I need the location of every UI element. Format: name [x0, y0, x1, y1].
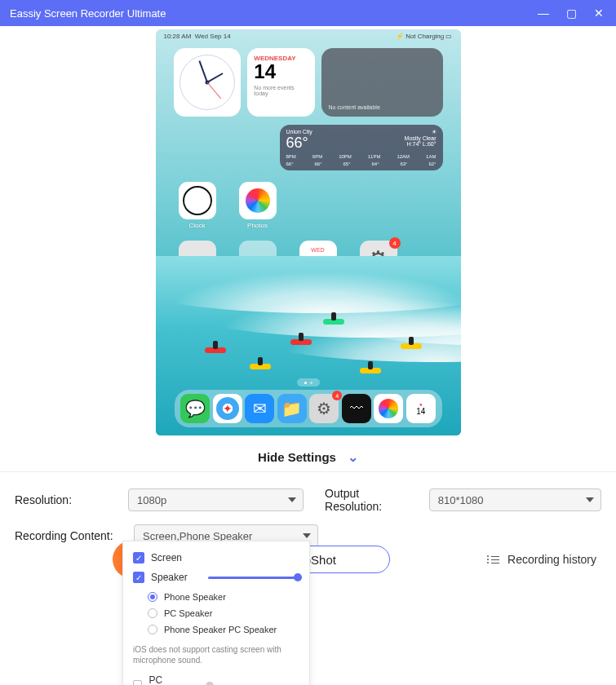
- recording-content-label: Recording Content:: [15, 529, 119, 542]
- cal-num: 14: [254, 62, 308, 82]
- output-resolution-select[interactable]: 810*1080: [429, 488, 601, 511]
- resolution-select[interactable]: 1080p: [128, 488, 304, 511]
- dock-photos-icon: [374, 394, 403, 423]
- window-controls: — ▢ ✕: [536, 6, 606, 20]
- status-date: Wed Sep 14: [195, 33, 231, 40]
- checkbox-icon[interactable]: ✓: [133, 552, 144, 563]
- empty-widget: No content available: [321, 48, 442, 117]
- speaker-label: Speaker: [151, 572, 188, 583]
- mic-note: iOS does not support casting screen with…: [123, 639, 309, 670]
- clock-widget: [174, 48, 242, 117]
- resolution-row: Resolution: 1080p Output Resolution: 810…: [15, 487, 601, 513]
- app-row-1: Clock Photos: [156, 170, 461, 229]
- screen-checkbox-row[interactable]: ✓ Screen: [123, 548, 309, 568]
- widget-row: WEDNESDAY 14 No more events today No con…: [156, 40, 461, 117]
- weather-hourly: 8PM9PM10PM11PM12AM1AM: [286, 154, 437, 159]
- status-time: 10:28 AM: [164, 33, 192, 40]
- radio-both-speaker[interactable]: Phone Speaker PC Speaker: [148, 621, 299, 638]
- surfer-icon: [323, 313, 344, 325]
- hide-settings-label: Hide Settings: [258, 450, 336, 464]
- dock-calendar-icon: ●14: [406, 394, 436, 423]
- weather-temp: 66°: [286, 135, 312, 152]
- device-screen: 10:28 AM Wed Sep 14 ⚡ Not Charging ▭ WED…: [156, 29, 461, 435]
- window-title: Eassiy Screen Recorder Ultimate: [10, 7, 166, 20]
- screen-label: Screen: [151, 552, 182, 563]
- dock-files-icon: 📁: [277, 394, 307, 423]
- device-statusbar: 10:28 AM Wed Sep 14 ⚡ Not Charging ▭: [156, 29, 461, 40]
- recording-history-label: Recording history: [507, 553, 596, 566]
- checkbox-icon[interactable]: ✓: [133, 572, 144, 583]
- app-clock: Clock: [179, 182, 216, 229]
- title-bar: Eassiy Screen Recorder Ultimate — ▢ ✕: [0, 0, 616, 26]
- dock-mail-icon: ✉: [245, 394, 274, 423]
- surfer-icon: [401, 338, 422, 349]
- page-indicator: [297, 378, 320, 387]
- dock-messages-icon: 💬: [180, 394, 210, 423]
- chevron-down-icon: ⌄: [348, 449, 358, 465]
- resolution-label: Resolution:: [15, 493, 113, 506]
- cal-note: No more events today: [254, 85, 308, 96]
- hide-settings-toggle[interactable]: Hide Settings ⌄: [0, 442, 616, 471]
- dock-bird-icon: 〰: [342, 394, 371, 423]
- surfer-icon: [250, 358, 271, 369]
- minimize-icon[interactable]: —: [536, 6, 551, 20]
- speaker-radio-group: Phone Speaker PC Speaker Phone Speaker P…: [123, 587, 309, 639]
- dock-settings-icon: ⚙4: [309, 394, 339, 423]
- speaker-checkbox-row[interactable]: ✓ Speaker: [123, 568, 309, 587]
- device-preview-area: 10:28 AM Wed Sep 14 ⚡ Not Charging ▭ WED…: [0, 26, 616, 442]
- weather-widget: Union City 66° ☀ Mostly Clear H:74° L:60…: [280, 125, 443, 170]
- calendar-widget: WEDNESDAY 14 No more events today: [247, 48, 315, 117]
- settings-badge: 4: [389, 237, 401, 249]
- settings-panel: Resolution: 1080p Output Resolution: 810…: [0, 471, 616, 547]
- speaker-volume-slider[interactable]: [208, 577, 299, 579]
- list-icon: [487, 555, 499, 563]
- surfer-icon: [360, 362, 381, 373]
- recording-content-dropdown: ✓ Screen ✓ Speaker Phone Speaker PC Spea…: [122, 541, 310, 685]
- app-photos: Photos: [239, 182, 277, 229]
- weather-cond: Mostly Clear: [405, 135, 437, 141]
- radio-phone-speaker[interactable]: Phone Speaker: [148, 589, 299, 605]
- recording-history-link[interactable]: Recording history: [487, 553, 596, 566]
- checkbox-icon[interactable]: [133, 680, 142, 685]
- close-icon[interactable]: ✕: [592, 6, 606, 20]
- radio-pc-speaker[interactable]: PC Speaker: [148, 605, 299, 621]
- weather-range: H:74° L:60°: [405, 141, 437, 147]
- status-charging: Not Charging: [405, 33, 444, 40]
- empty-widget-text: No content available: [328, 104, 379, 110]
- dock-safari-icon: ✦: [213, 394, 242, 423]
- pc-mic-checkbox-row[interactable]: PC Microphone: [123, 670, 309, 685]
- surfer-icon: [205, 342, 226, 353]
- weather-city: Union City: [286, 129, 312, 135]
- device-dock: 💬 ✦ ✉ 📁 ⚙4 〰 ●14: [175, 390, 442, 427]
- pc-mic-label: PC Microphone: [148, 674, 202, 685]
- weather-hourly-temps: 66°66°65°64°63°62°: [286, 161, 437, 166]
- surfer-icon: [290, 334, 312, 345]
- output-resolution-label: Output Resolution:: [325, 487, 414, 513]
- maximize-icon[interactable]: ▢: [564, 6, 578, 20]
